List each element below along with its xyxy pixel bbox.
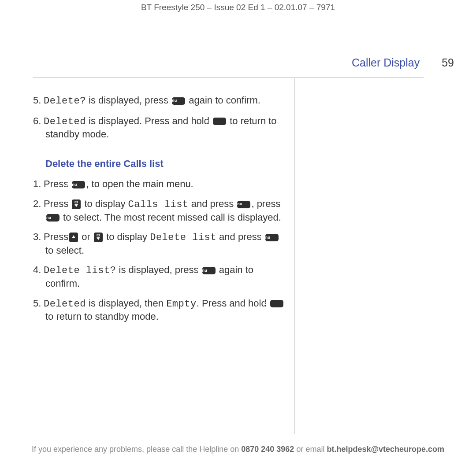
text: to display (82, 198, 128, 209)
footer: If you experience any problems, please c… (0, 445, 476, 454)
text: again to confirm. (186, 95, 260, 106)
display-term-deleted: Deleted (44, 116, 86, 127)
svg-marker-1 (74, 204, 78, 207)
horizontal-rule (33, 77, 424, 78)
helpline-email: bt.helpdesk@vtecheurope.com (327, 445, 444, 454)
text: to return to standby mode. (45, 311, 159, 322)
display-term-calls-list: Calls list (128, 199, 189, 210)
menu-key-icon: Menu (172, 97, 185, 105)
menu-key-icon: Menu (202, 267, 216, 274)
text: , to open the main menu. (86, 178, 193, 189)
text: to select. (45, 245, 84, 256)
svg-marker-4 (97, 237, 100, 240)
step-6-continued: 6.Deleted is displayed. Press and hold C… (33, 115, 289, 141)
text: Press (44, 198, 71, 209)
footer-mid: or email (294, 445, 327, 454)
up-key-icon (69, 233, 78, 242)
clr-key-icon: Clr (213, 118, 226, 125)
step-number: 4. (33, 264, 44, 277)
svg-rect-0 (75, 201, 78, 203)
display-term-empty: Empty (166, 299, 197, 310)
display-term-delete-list-q: Delete list? (44, 265, 116, 276)
main-content: 5.Delete? is displayed, press Menu again… (33, 94, 289, 330)
step-number: 6. (33, 115, 44, 128)
helpline-phone: 0870 240 3962 (241, 445, 294, 454)
page-number: 59 (442, 56, 454, 69)
step-number: 2. (33, 198, 44, 210)
text: to select. The most recent missed call i… (60, 212, 281, 223)
clr-key-icon: Clr (270, 300, 283, 307)
step-5: 5.Deleted is displayed, then Empty. Pres… (33, 297, 289, 323)
step-4: 4.Delete list? is displayed, press Menu … (33, 264, 289, 290)
menu-key-icon: Menu (46, 214, 60, 222)
down-key-icon (72, 199, 81, 209)
page: BT Freestyle 250 – Issue 02 Ed 1 – 02.01… (0, 0, 476, 469)
footer-pre: If you experience any problems, please c… (32, 445, 241, 454)
menu-key-icon: Menu (265, 234, 279, 241)
step-2: 2.Press to display Calls list and press … (33, 198, 289, 224)
menu-key-icon: Menu (237, 201, 250, 208)
step-number: 3. (33, 231, 44, 244)
section-title: Caller Display (352, 56, 420, 69)
text: is displayed. Press and hold (86, 115, 212, 126)
section-header: 59 Caller Display (33, 56, 454, 69)
display-term-delete-list: Delete list (150, 232, 216, 243)
text: is displayed, press (86, 95, 171, 106)
step-1: 1.Press Menu, to open the main menu. (33, 178, 289, 191)
text: . Press and hold (197, 298, 269, 309)
step-number: 5. (33, 94, 44, 107)
text: is displayed, press (116, 264, 201, 275)
step-5-continued: 5.Delete? is displayed, press Menu again… (33, 94, 289, 108)
subsection-heading: Delete the entire Calls list (45, 158, 289, 170)
display-term-delete-q: Delete? (44, 96, 86, 107)
vertical-divider (294, 78, 295, 434)
display-term-deleted: Deleted (44, 299, 86, 310)
svg-rect-3 (97, 234, 100, 236)
text: or (79, 231, 93, 242)
menu-key-icon: Menu (72, 181, 85, 188)
text: and press (216, 231, 264, 242)
step-number: 5. (33, 297, 44, 310)
text: , press (251, 198, 280, 209)
svg-marker-2 (72, 235, 75, 238)
doc-header: BT Freestyle 250 – Issue 02 Ed 1 – 02.01… (0, 0, 476, 12)
step-3: 3.Press or to display Delete list and pr… (33, 231, 289, 257)
text: and press (189, 198, 237, 209)
step-number: 1. (33, 178, 44, 191)
text: Press (44, 231, 68, 242)
text: is displayed, then (86, 298, 166, 309)
down-key-icon (94, 233, 103, 242)
text: to display (104, 231, 150, 242)
